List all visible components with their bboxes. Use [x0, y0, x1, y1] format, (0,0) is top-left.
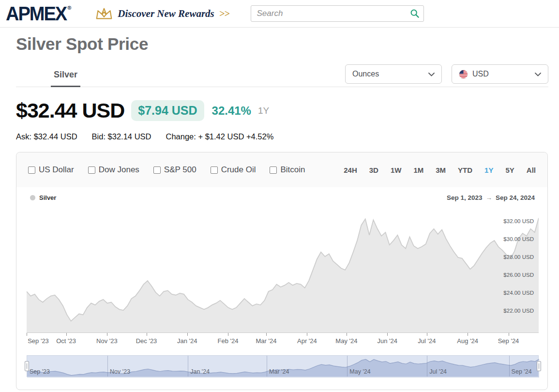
x-axis-tick: [509, 333, 509, 336]
price-chart-plot-area[interactable]: $32.00 USD$30.00 USD$28.00 USD$26.00 USD…: [27, 208, 539, 332]
spot-price: $32.44 USD: [16, 99, 124, 122]
arrow-right-icon: →: [482, 194, 496, 201]
x-axis-tick: [387, 333, 388, 336]
range-1w[interactable]: 1W: [391, 166, 402, 174]
navigator-gridline: [188, 356, 188, 377]
rewards-arrows-icon: >>: [219, 8, 229, 19]
chart-card: US Dollar Dow Jones S&P 500 Crude Oil Bi…: [16, 152, 548, 390]
x-axis-label: Dec '23: [136, 337, 157, 345]
range-ytd[interactable]: YTD: [458, 166, 472, 174]
y-axis-label: $28.00 USD: [503, 254, 534, 260]
unit-dropdown[interactable]: Ounces: [345, 64, 442, 84]
checkbox-label: Dow Jones: [99, 165, 139, 175]
navigator-label: May '24: [349, 368, 370, 375]
y-axis-label: $32.00 USD: [503, 218, 534, 224]
x-axis-label: Mar '24: [256, 337, 277, 345]
checkbox-label: US Dollar: [39, 165, 74, 175]
search-icon[interactable]: [410, 9, 420, 18]
range-5y[interactable]: 5Y: [505, 166, 514, 174]
change-percent: 32.41%: [212, 104, 251, 118]
x-axis-tick: [307, 333, 307, 336]
y-axis-label: $30.00 USD: [503, 236, 534, 242]
navigator-gridline: [107, 356, 108, 377]
navigator-gridline: [509, 356, 510, 377]
navigator-gridline: [267, 356, 267, 377]
currency-dropdown[interactable]: USD: [452, 64, 548, 84]
bid-value: Bid: $32.14 USD: [92, 132, 151, 141]
date-from: Sep 1, 2023: [447, 194, 483, 201]
navigator-label: Jul '24: [429, 368, 447, 375]
change-amount-badge: $7.94 USD: [131, 100, 204, 121]
checkbox-us-dollar[interactable]: US Dollar: [28, 165, 74, 175]
x-axis-tick: [107, 333, 107, 336]
range-3m[interactable]: 3M: [436, 166, 446, 174]
ask-bid-row: Ask: $32.44 USD Bid: $32.14 USD Change: …: [16, 132, 548, 141]
navigator-label: Jan '24: [190, 368, 210, 375]
checkbox-label: S&P 500: [164, 165, 196, 175]
x-axis-tick: [66, 333, 67, 336]
x-axis-tick: [187, 333, 188, 336]
navigator-left-handle[interactable]: [25, 361, 29, 371]
x-axis-label: Feb '24: [218, 337, 239, 345]
checkbox-icon: [270, 166, 277, 174]
currency-dropdown-value: USD: [472, 70, 489, 78]
crown-icon: [95, 7, 113, 21]
range-24h[interactable]: 24H: [344, 166, 357, 174]
site-header: APMEX ® Discover New Rewards >>: [0, 0, 559, 28]
navigator-label: Sep '24: [512, 368, 532, 375]
x-axis-tick: [468, 333, 468, 336]
range-1y[interactable]: 1Y: [484, 166, 493, 174]
checkbox-icon: [153, 166, 161, 174]
page-title: Silver Spot Price: [16, 34, 548, 54]
tab-silver[interactable]: Silver: [51, 66, 80, 87]
checkbox-label: Crude Oil: [221, 165, 256, 175]
price-area-fill: [27, 218, 539, 332]
tab-row: Silver Ounces: [16, 64, 548, 87]
range-all[interactable]: All: [527, 166, 536, 174]
x-axis-tick: [228, 333, 228, 336]
navigator-right-handle[interactable]: [537, 361, 541, 371]
x-axis-label: May '24: [335, 337, 357, 345]
x-axis-label: Jun '24: [378, 337, 398, 345]
checkbox-crude-oil[interactable]: Crude Oil: [211, 165, 256, 175]
x-axis-tick: [27, 333, 27, 336]
x-axis-tick: [147, 333, 147, 336]
legend-marker-icon: [30, 195, 35, 200]
checkbox-dow-jones[interactable]: Dow Jones: [88, 165, 139, 175]
checkbox-sp-500[interactable]: S&P 500: [153, 165, 196, 175]
price-row: $32.44 USD $7.94 USD 32.41% 1Y: [16, 99, 548, 122]
x-axis-label: Sep '23: [28, 337, 49, 345]
main-content: Silver Spot Price Silver Ounces: [16, 34, 548, 390]
chart-legend-row: Silver Sep 1, 2023→Sep 24, 2024: [16, 187, 547, 201]
chart-date-range: Sep 1, 2023→Sep 24, 2024: [447, 194, 535, 201]
chevron-down-icon: [535, 70, 541, 78]
chart-navigator[interactable]: Sep '23Nov '23Jan '24Mar '24May '24Jul '…: [27, 355, 539, 377]
compare-checkbox-group: US Dollar Dow Jones S&P 500 Crude Oil Bi…: [28, 165, 305, 175]
rewards-banner-link[interactable]: Discover New Rewards >>: [95, 7, 229, 21]
change-value: Change: + $1.42 USD +4.52%: [166, 132, 273, 141]
checkbox-icon: [211, 166, 218, 174]
x-axis-label: Sep '24: [498, 337, 519, 345]
x-axis-tick: [347, 333, 347, 336]
rewards-text: Discover New Rewards: [118, 8, 214, 20]
range-1m[interactable]: 1M: [413, 166, 423, 174]
x-axis-label: Jan '24: [177, 337, 197, 345]
change-period: 1Y: [258, 106, 269, 116]
y-axis-label: $24.00 USD: [503, 290, 534, 296]
checkbox-bitcoin[interactable]: Bitcoin: [270, 165, 305, 175]
navigator-label: Nov '23: [110, 368, 130, 375]
legend-item-silver[interactable]: Silver: [30, 194, 56, 201]
range-3d[interactable]: 3D: [369, 166, 378, 174]
y-axis-label: $22.00 USD: [503, 308, 534, 314]
legend-label: Silver: [39, 194, 56, 201]
x-axis-label: Oct '23: [56, 337, 76, 345]
x-axis-label: Nov '23: [96, 337, 118, 345]
apmex-logo[interactable]: APMEX ®: [6, 3, 71, 24]
x-axis-label: Aug '24: [457, 337, 478, 345]
search-box: [251, 5, 424, 22]
apmex-logo-text: APMEX: [6, 2, 66, 25]
chart-controls-row: US Dollar Dow Jones S&P 500 Crude Oil Bi…: [16, 152, 547, 187]
navigator-gridline: [347, 356, 347, 377]
search-input[interactable]: [251, 5, 424, 22]
date-to: Sep 24, 2024: [496, 194, 535, 201]
